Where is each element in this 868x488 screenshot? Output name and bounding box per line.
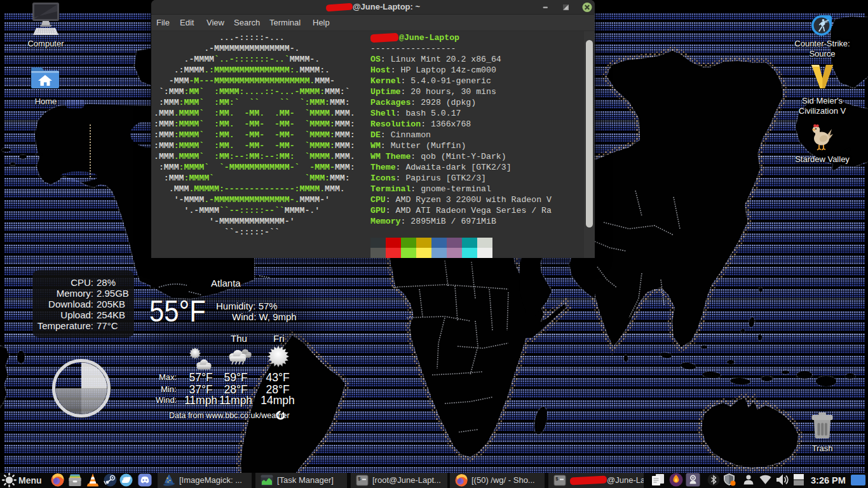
svg-text:$: $ — [358, 476, 361, 482]
svg-text:$: $ — [555, 476, 559, 482]
